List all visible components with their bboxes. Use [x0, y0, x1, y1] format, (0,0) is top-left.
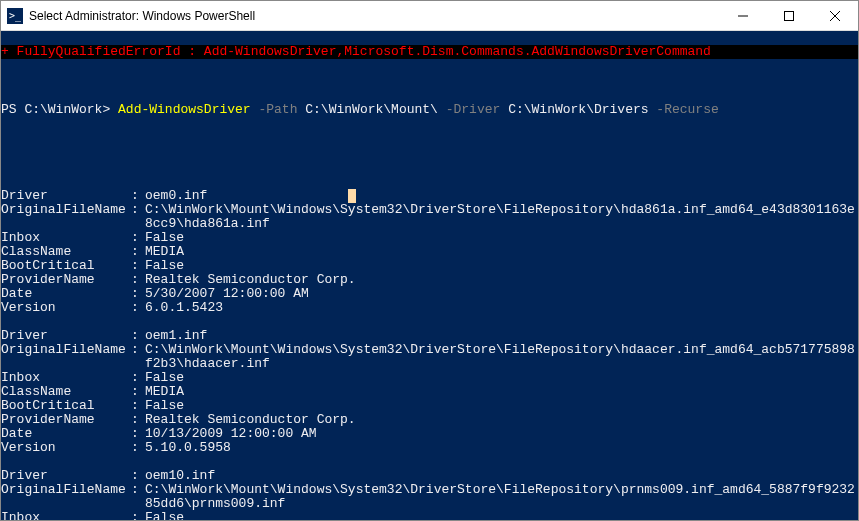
output-row-bootcritical: BootCritical: False	[1, 259, 858, 273]
output-key: OriginalFileName	[1, 483, 131, 511]
output-value: 10/13/2009 12:00:00 AM	[145, 427, 858, 441]
output-value: Realtek Semiconductor Corp.	[145, 273, 858, 287]
output-key: Version	[1, 301, 131, 315]
output-key: Driver	[1, 469, 131, 483]
output-row-originalfilename: OriginalFileName: C:\WinWork\Mount\Windo…	[1, 483, 858, 511]
output-sep: :	[131, 301, 145, 315]
output-row-version: Version: 6.0.1.5423	[1, 301, 858, 315]
output-sep: :	[131, 329, 145, 343]
output-key: Driver	[1, 189, 131, 203]
output-row-classname: ClassName: MEDIA	[1, 245, 858, 259]
output-value: 5.10.0.5958	[145, 441, 858, 455]
output-sep: :	[131, 385, 145, 399]
arg-driver: C:\WinWork\Drivers	[500, 102, 648, 117]
output-key: BootCritical	[1, 259, 131, 273]
output-sep: :	[131, 273, 145, 287]
output-value: oem0.inf	[145, 189, 858, 203]
output-sep: :	[131, 245, 145, 259]
output-value: Realtek Semiconductor Corp.	[145, 413, 858, 427]
output-value: oem1.inf	[145, 329, 858, 343]
output-value: C:\WinWork\Mount\Windows\System32\Driver…	[145, 483, 858, 511]
output-key: Inbox	[1, 231, 131, 245]
output-key: Driver	[1, 329, 131, 343]
output-key: ProviderName	[1, 413, 131, 427]
close-icon	[830, 11, 840, 21]
param-path: -Path	[251, 102, 298, 117]
output-sep: :	[131, 287, 145, 301]
output-row-bootcritical: BootCritical: False	[1, 399, 858, 413]
output-key: Date	[1, 427, 131, 441]
output-sep: :	[131, 469, 145, 483]
output-value: C:\WinWork\Mount\Windows\System32\Driver…	[145, 343, 858, 371]
output-row-driver: Driver: oem1.inf	[1, 329, 858, 343]
output-row-providername: ProviderName: Realtek Semiconductor Corp…	[1, 273, 858, 287]
output-row-date: Date: 10/13/2009 12:00:00 AM	[1, 427, 858, 441]
output-sep: :	[131, 259, 145, 273]
output-key: Version	[1, 441, 131, 455]
command-line: PS C:\WinWork> Add-WindowsDriver -Path C…	[1, 101, 858, 119]
output-key: OriginalFileName	[1, 203, 131, 231]
output-key: BootCritical	[1, 399, 131, 413]
output-row-classname: ClassName: MEDIA	[1, 385, 858, 399]
terminal-output[interactable]: + FullyQualifiedErrorId : Add-WindowsDri…	[1, 31, 858, 520]
output-sep: :	[131, 413, 145, 427]
maximize-button[interactable]	[766, 1, 812, 31]
output-row-date: Date: 5/30/2007 12:00:00 AM	[1, 287, 858, 301]
output-value: oem10.inf	[145, 469, 858, 483]
output-row-originalfilename: OriginalFileName: C:\WinWork\Mount\Windo…	[1, 343, 858, 371]
text-cursor	[348, 189, 356, 203]
minimize-button[interactable]	[720, 1, 766, 31]
output-sep: :	[131, 343, 145, 371]
output-value: False	[145, 231, 858, 245]
svg-rect-1	[785, 11, 794, 20]
window-title: Select Administrator: Windows PowerShell	[29, 9, 720, 23]
output-sep: :	[131, 511, 145, 520]
output-key: Date	[1, 287, 131, 301]
output-sep: :	[131, 371, 145, 385]
output-sep: :	[131, 189, 145, 203]
output-value: False	[145, 259, 858, 273]
output-sep: :	[131, 203, 145, 231]
output-sep: :	[131, 231, 145, 245]
powershell-window: >_ Select Administrator: Windows PowerSh…	[0, 0, 859, 521]
output-value: 5/30/2007 12:00:00 AM	[145, 287, 858, 301]
output-key: OriginalFileName	[1, 343, 131, 371]
output-key: ProviderName	[1, 273, 131, 287]
output-row-version: Version: 5.10.0.5958	[1, 441, 858, 455]
output-row-providername: ProviderName: Realtek Semiconductor Corp…	[1, 413, 858, 427]
param-recurse: -Recurse	[649, 102, 719, 117]
output-value: MEDIA	[145, 245, 858, 259]
minimize-icon	[738, 11, 748, 21]
output-value: C:\WinWork\Mount\Windows\System32\Driver…	[145, 203, 858, 231]
output-value: False	[145, 511, 858, 520]
cmdlet-name: Add-WindowsDriver	[118, 102, 251, 117]
param-driver: -Driver	[438, 102, 500, 117]
output-row-driver: Driver: oem10.inf	[1, 469, 858, 483]
output-value: False	[145, 371, 858, 385]
output-sep: :	[131, 441, 145, 455]
error-line: + FullyQualifiedErrorId : Add-WindowsDri…	[1, 45, 858, 59]
output-sep: :	[131, 399, 145, 413]
output-row-originalfilename: OriginalFileName: C:\WinWork\Mount\Windo…	[1, 203, 858, 231]
titlebar[interactable]: >_ Select Administrator: Windows PowerSh…	[1, 1, 858, 31]
output-row-inbox: Inbox: False	[1, 511, 858, 520]
output-value: 6.0.1.5423	[145, 301, 858, 315]
output-key: ClassName	[1, 385, 131, 399]
output-key: ClassName	[1, 245, 131, 259]
output-key: Inbox	[1, 371, 131, 385]
output-row-inbox: Inbox: False	[1, 231, 858, 245]
output-value: False	[145, 399, 858, 413]
app-icon: >_	[7, 8, 23, 24]
close-button[interactable]	[812, 1, 858, 31]
maximize-icon	[784, 11, 794, 21]
output-row-driver: Driver: oem0.inf	[1, 189, 858, 203]
output-row-inbox: Inbox: False	[1, 371, 858, 385]
prompt-prefix: PS C:\WinWork>	[1, 102, 118, 117]
output-sep: :	[131, 483, 145, 511]
output-key: Inbox	[1, 511, 131, 520]
output-value: MEDIA	[145, 385, 858, 399]
output-sep: :	[131, 427, 145, 441]
arg-path: C:\WinWork\Mount\	[297, 102, 437, 117]
window-controls	[720, 1, 858, 31]
